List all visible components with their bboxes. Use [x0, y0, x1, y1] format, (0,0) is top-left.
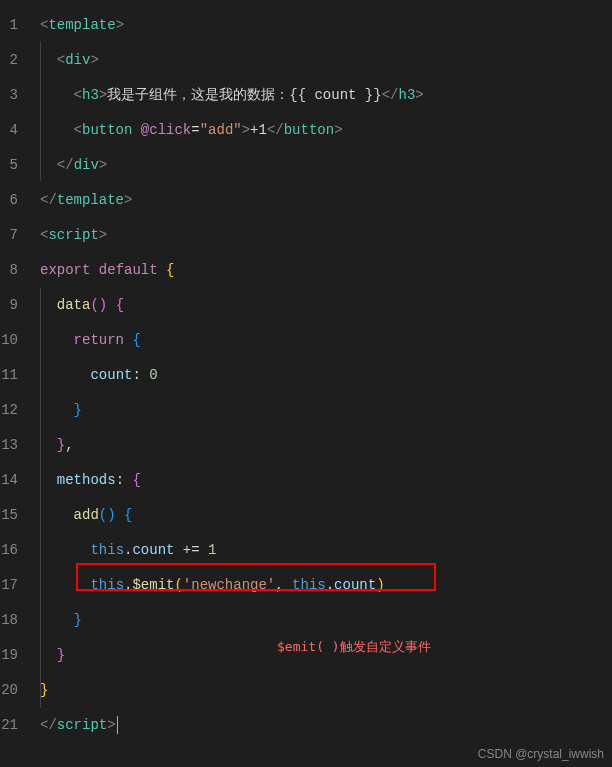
code-line: return { [40, 323, 612, 358]
code-line: this.count += 1 [40, 533, 612, 568]
code-line: } [40, 673, 612, 708]
code-line: <script> [40, 218, 612, 253]
line-number: 1 [0, 8, 24, 43]
line-number: 19 [0, 638, 24, 673]
code-area[interactable]: <template> <div> <h3>我是子组件，这是我的数据：{{ cou… [32, 0, 612, 767]
code-line: }, [40, 428, 612, 463]
code-line: methods: { [40, 463, 612, 498]
code-line: count: 0 [40, 358, 612, 393]
line-number: 3 [0, 78, 24, 113]
text-cursor [117, 716, 118, 734]
line-number: 14 [0, 463, 24, 498]
code-line: </div> [40, 148, 612, 183]
line-number: 9 [0, 288, 24, 323]
line-number: 13 [0, 428, 24, 463]
code-line: </script> [40, 708, 612, 743]
line-number: 17 [0, 568, 24, 603]
code-line: export default { [40, 253, 612, 288]
code-line: </template> [40, 183, 612, 218]
code-line: } [40, 393, 612, 428]
line-number: 4 [0, 113, 24, 148]
line-number: 15 [0, 498, 24, 533]
line-number: 12 [0, 393, 24, 428]
code-line: <button @click="add">+1</button> [40, 113, 612, 148]
watermark: CSDN @crystal_iwwish [478, 747, 604, 761]
code-line: } [40, 603, 612, 638]
annotation-label: $emit( )触发自定义事件 [277, 638, 431, 656]
line-number: 8 [0, 253, 24, 288]
line-number: 16 [0, 533, 24, 568]
code-line: <template> [40, 8, 612, 43]
line-number: 10 [0, 323, 24, 358]
code-line: <h3>我是子组件，这是我的数据：{{ count }}</h3> [40, 78, 612, 113]
line-number: 20 [0, 673, 24, 708]
code-line: data() { [40, 288, 612, 323]
line-number: 5 [0, 148, 24, 183]
line-number: 21 [0, 708, 24, 743]
line-number: 18 [0, 603, 24, 638]
code-editor: 1 2 3 4 5 6 7 8 9 10 11 12 13 14 15 16 1… [0, 0, 612, 767]
code-line: add() { [40, 498, 612, 533]
line-number: 7 [0, 218, 24, 253]
line-number: 6 [0, 183, 24, 218]
code-line: this.$emit('newchange', this.count) [40, 568, 612, 603]
code-line: <div> [40, 43, 612, 78]
line-number: 11 [0, 358, 24, 393]
line-number: 2 [0, 43, 24, 78]
line-number-gutter: 1 2 3 4 5 6 7 8 9 10 11 12 13 14 15 16 1… [0, 0, 32, 767]
